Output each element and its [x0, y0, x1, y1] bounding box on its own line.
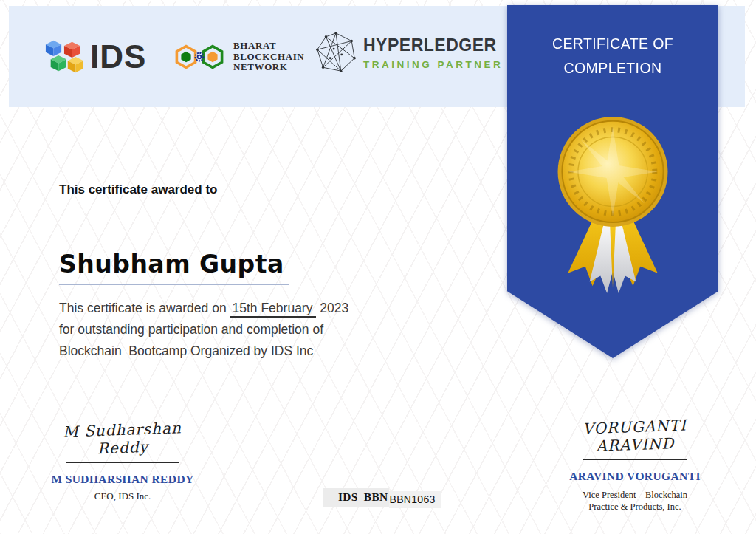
signatory-title-right: Vice President – Blockchain Practice & P…: [554, 489, 716, 513]
hyperledger-title: HYPERLEDGER: [363, 35, 503, 55]
certificate-code-label: IDS_BBN: [323, 488, 389, 507]
ribbon-title-line1: CERTIFICATE OF: [507, 32, 718, 56]
signatory-name-right: ARAVIND VORUGANTI: [554, 470, 716, 483]
hyperledger-subtitle: TRAINING PARTNER: [363, 59, 503, 70]
award-line-1: This certificate is awarded on 15th Febr…: [59, 298, 348, 319]
certificate-page: IDS BHARAT BLOCKCHAIN NETWORK: [0, 0, 756, 534]
ids-logo: IDS: [44, 38, 146, 75]
signature-rule-left: [66, 462, 179, 463]
signature-block-right: VORUGANTI ARAVIND ARAVIND VORUGANTI Vice…: [554, 418, 716, 513]
pennant-shape: CERTIFICATE OF COMPLETION: [507, 5, 718, 358]
bbn-logo-text: BHARAT BLOCKCHAIN NETWORK: [233, 41, 304, 73]
signatory-title-right-line2: Practice & Products, Inc.: [554, 501, 716, 513]
signature-block-left: M Sudharshan Reddy M SUDHARSHAN REDDY CE…: [43, 421, 202, 502]
hyperledger-logo: HYPERLEDGER TRAINING PARTNER: [315, 31, 503, 74]
signature-script-left: M Sudharshan Reddy: [42, 418, 203, 459]
awarded-to-label: This certificate awarded to: [59, 182, 217, 197]
award-year: 2023: [316, 301, 348, 315]
bbn-line-1: BHARAT: [233, 41, 304, 52]
award-pennant: CERTIFICATE OF COMPLETION: [507, 5, 718, 358]
ribbon-title-line2: COMPLETION: [507, 56, 718, 81]
bbn-line-3: NETWORK: [233, 62, 304, 73]
award-line-3: Blockchain Bootcamp Organized by IDS Inc: [59, 340, 348, 362]
bbn-hexagons-icon: [173, 40, 226, 74]
bharat-blockchain-network-logo: BHARAT BLOCKCHAIN NETWORK: [173, 40, 304, 74]
hyperledger-logo-text: HYPERLEDGER TRAINING PARTNER: [363, 35, 503, 70]
signatory-title-left: CEO, IDS Inc.: [43, 490, 202, 502]
award-date-prefix: This certificate is awarded on: [59, 301, 230, 315]
signature-rule-right: [583, 459, 687, 460]
award-line-2: for outstanding participation and comple…: [59, 319, 348, 340]
certificate-code: IDS_BBN BBN1063: [323, 488, 441, 507]
award-paragraph: This certificate is awarded on 15th Febr…: [59, 298, 348, 362]
hyperledger-wireframe-icon: [315, 31, 357, 74]
signatory-name-left: M SUDHARSHAN REDDY: [43, 473, 202, 486]
award-date: 15th February: [230, 301, 317, 318]
ids-logo-text: IDS: [90, 41, 146, 73]
signature-script-right: VORUGANTI ARAVIND: [553, 415, 717, 456]
signatory-title-right-line1: Vice President – Blockchain: [554, 489, 716, 501]
recipient-name: Shubham Gupta: [59, 250, 289, 285]
bbn-line-2: BLOCKCHAIN: [233, 52, 304, 63]
ids-cubes-icon: [44, 38, 83, 75]
certificate-code-value: BBN1063: [389, 491, 441, 508]
certificate-of-completion-title: CERTIFICATE OF COMPLETION: [507, 32, 718, 81]
gold-medal-icon: [554, 115, 671, 296]
